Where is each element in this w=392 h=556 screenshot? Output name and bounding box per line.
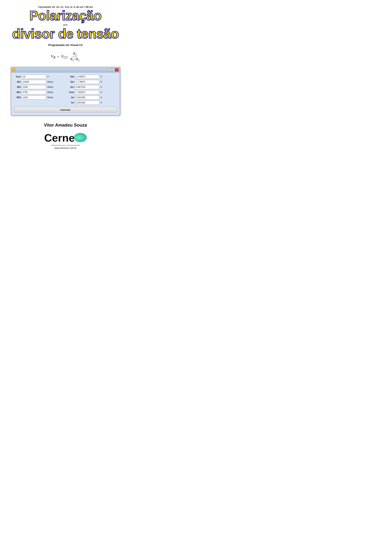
ic-output[interactable] <box>75 101 99 105</box>
window-icon: ■ <box>12 68 15 71</box>
programado-text: Programado em Visual C# <box>48 43 83 46</box>
formula-numerator: R2 <box>72 52 77 57</box>
cerne-name: Cerne <box>44 132 75 143</box>
inputs-column: Vcc= V R1= Ohms R2= Ohms RC= Ohm <box>14 75 64 105</box>
close-button[interactable]: ✕ <box>115 68 119 71</box>
restore-button[interactable]: □ <box>111 68 115 71</box>
vb-label: Vb= <box>67 75 74 78</box>
re-row: RE= Ohms <box>14 95 64 100</box>
formula-vb: VB <box>51 54 55 60</box>
formula: VB = VCC R2 R1+R2 <box>51 52 80 62</box>
formula-section: VB = VCC R2 R1+R2 <box>51 52 80 62</box>
ve-output[interactable] <box>75 80 99 84</box>
form-grid: Vcc= V R1= Ohms R2= Ohms RC= Ohm <box>14 75 117 105</box>
por-text: por <box>63 23 68 26</box>
vce-unit: V <box>101 91 106 93</box>
vc-row: Vc= V <box>67 85 117 89</box>
vce-row: Vce= V <box>67 90 117 94</box>
vce-label: Vce= <box>67 91 74 93</box>
logo-area: Cerne Conhecimento para o Desenvolviment… <box>44 132 86 149</box>
author-name: Vitor Amadeu Souza <box>44 123 87 128</box>
app-window: ■ – □ ✕ Vcc= V R1= Ohms R2= <box>11 67 120 116</box>
window-titlebar: ■ – □ ✕ <box>11 67 120 72</box>
r1-row: R1= Ohms <box>14 80 64 84</box>
re-label: RE= <box>14 96 21 99</box>
formula-fraction: R2 R1+R2 <box>70 52 80 62</box>
ie-output[interactable] <box>75 95 99 100</box>
rc-input[interactable] <box>22 90 46 94</box>
ic-unit: A <box>101 101 106 104</box>
vcc-row: Vcc= V <box>14 75 64 79</box>
vce-output[interactable] <box>75 90 99 94</box>
r2-unit: Ohms <box>47 86 53 88</box>
r2-row: R2= Ohms <box>14 85 64 89</box>
vc-unit: V <box>101 86 106 88</box>
vb-row: Vb= V <box>67 75 117 79</box>
cerne-url: www.cerne-tec.com.br <box>55 147 77 149</box>
window-controls: – □ ✕ <box>107 68 119 71</box>
ve-label: Ve= <box>67 81 74 83</box>
vb-unit: V <box>101 75 106 78</box>
re-input[interactable] <box>22 95 46 100</box>
ve-unit: V <box>101 81 106 83</box>
vc-output[interactable] <box>75 85 99 89</box>
ic-row: Ic= A <box>67 101 117 105</box>
vcc-unit: V <box>47 75 53 78</box>
r1-label: R1= <box>14 81 21 83</box>
formula-equals: = <box>57 54 60 59</box>
cerne-tagline: Conhecimento para o Desenvolvimento <box>51 144 80 146</box>
rc-unit: Ohms <box>47 91 53 93</box>
ie-label: Ie= <box>67 96 74 99</box>
ic-label: Ic= <box>67 101 74 104</box>
r2-input[interactable] <box>22 85 46 89</box>
rc-label: RC= <box>14 91 21 93</box>
minimize-button[interactable]: – <box>107 68 110 71</box>
ie-row: Ie= A <box>67 95 117 100</box>
calcular-button[interactable]: Calcular <box>14 107 117 113</box>
outputs-column: Vb= V Ve= V Vc= V Vce= V <box>67 75 117 105</box>
vcc-input[interactable] <box>22 75 46 79</box>
r1-unit: Ohms <box>47 81 53 83</box>
r2-label: R2= <box>14 86 21 88</box>
vcc-label: Vcc= <box>14 75 21 78</box>
main-title: Polarização <box>29 9 102 23</box>
vc-label: Vc= <box>67 86 74 88</box>
re-unit: Ohms <box>47 96 53 99</box>
subtitle: Calculando Vb, Ve, Vc, Vce, Ie, Ic de um… <box>38 6 93 8</box>
cerne-logo: Cerne <box>44 132 86 143</box>
formula-denominator: R1+R2 <box>70 57 80 62</box>
cerne-blob <box>74 133 87 142</box>
window-body: Vcc= V R1= Ohms R2= Ohms RC= Ohm <box>11 72 120 115</box>
vb-output[interactable] <box>75 75 99 79</box>
ve-row: Ve= V <box>67 80 117 84</box>
r1-input[interactable] <box>22 80 46 84</box>
calc-btn-row: Calcular <box>14 107 117 113</box>
sub-title: divisor de tensão <box>12 27 119 41</box>
formula-vcc: VCC <box>61 54 68 60</box>
ie-unit: A <box>101 96 106 99</box>
rc-row: RC= Ohms <box>14 90 64 94</box>
